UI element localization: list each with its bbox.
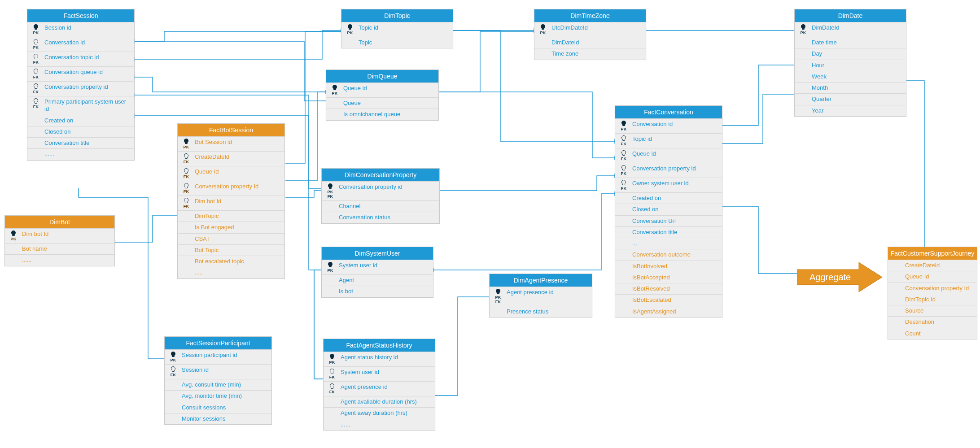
- key-indicator: PK: [7, 231, 20, 241]
- column-name: DimDateId: [810, 24, 903, 31]
- column-name: IsBotInvolved: [630, 263, 719, 270]
- column-name: Time zone: [550, 50, 643, 57]
- table-row: ......: [5, 254, 114, 265]
- column-name: Dim bot Id: [20, 231, 112, 238]
- table-row: Week: [795, 71, 906, 82]
- column-name: Conversation queue id: [43, 69, 131, 76]
- table-row: ......: [324, 419, 435, 430]
- column-name: CreateDateId: [903, 262, 974, 269]
- table-row: Bot escalated topic: [178, 256, 284, 267]
- key-indicator: FK: [29, 83, 43, 94]
- column-name: Bot name: [20, 245, 112, 252]
- table-row: FKConversation queue id: [27, 66, 134, 81]
- column-name: Conversation property Id: [193, 183, 282, 190]
- table-row: Conversation outcome: [615, 249, 722, 260]
- table-title: FactCustomerSupportJourney: [888, 247, 977, 260]
- column-name: Queue id: [630, 150, 719, 157]
- table-row: Agent avaliable duration (hrs): [324, 396, 435, 407]
- table-row: FKAgent presence id: [324, 381, 435, 396]
- column-name: Queue Id: [193, 168, 282, 175]
- table-title: DimSystemUser: [322, 247, 433, 260]
- column-name: Consult sessions: [180, 404, 269, 411]
- key-indicator: FK: [617, 135, 630, 146]
- table-row: Is omnichannel queue: [326, 109, 438, 120]
- key-icon: [330, 369, 334, 375]
- column-name: Dim bot Id: [193, 198, 282, 205]
- table-row: Avg. monitor time (min): [165, 390, 271, 401]
- table-row: IsAgentAssigned: [615, 306, 722, 317]
- key-indicator: FK: [179, 168, 193, 179]
- column-name: Quarter: [810, 96, 903, 103]
- key-icon: [330, 383, 334, 390]
- table-row: .....: [178, 267, 284, 278]
- table-title: DimTopic: [341, 9, 453, 22]
- key-indicator: PK: [328, 85, 341, 96]
- column-name: DimTopic: [193, 213, 282, 220]
- table-row: Is bot: [322, 286, 433, 297]
- table-dim-conversation-property: DimConversationPropertyPKFKConversation …: [321, 168, 440, 224]
- column-name: Conversation title: [630, 229, 719, 236]
- key-indicator: FK: [617, 165, 630, 176]
- table-title: FactBotSession: [178, 124, 284, 136]
- key-indicator: FK: [179, 198, 193, 209]
- column-name: Conversation title: [43, 139, 131, 147]
- table-row: FKPrimary participant system user id: [27, 96, 134, 115]
- column-name: CSAT: [193, 235, 282, 243]
- column-name: Bot Session id: [193, 139, 282, 146]
- column-name: Topic id: [630, 135, 719, 143]
- key-icon: [184, 198, 188, 204]
- key-icon: [171, 352, 175, 358]
- key-icon: [184, 153, 188, 160]
- table-row: Closed on: [27, 126, 134, 137]
- column-name: Monitor sessions: [180, 415, 269, 422]
- key-indicator: FK: [29, 69, 43, 79]
- column-name: Hour: [810, 62, 903, 69]
- column-name: Session id: [43, 24, 131, 31]
- column-name: .....: [193, 269, 282, 276]
- column-name: Year: [810, 107, 903, 114]
- table-row: PKSystem user id: [322, 260, 433, 274]
- key-icon: [330, 354, 334, 360]
- table-dim-bot: DimBotPKDim bot IdBot name......: [4, 215, 115, 266]
- key-icon: [621, 165, 626, 171]
- table-row: FKConversation topic id: [27, 52, 134, 66]
- column-name: Count: [903, 330, 974, 337]
- table-row: Conversation Url: [615, 215, 722, 226]
- key-indicator: FK: [29, 54, 43, 65]
- key-indicator: FK: [617, 150, 630, 161]
- key-indicator: FK: [617, 180, 630, 191]
- table-row: Month: [795, 82, 906, 93]
- key-indicator: PKFK: [491, 289, 505, 304]
- column-name: CreateDateId: [193, 153, 282, 161]
- key-indicator: PK: [536, 24, 550, 35]
- table-row: FKQueue Id: [178, 166, 284, 181]
- table-title: FactSessionParticipant: [165, 337, 271, 349]
- key-icon: [184, 139, 188, 145]
- er-diagram: FactSessionPKSession idFKConversation id…: [0, 0, 980, 448]
- table-row: Agent: [322, 274, 433, 286]
- table-row: PKConversation id: [615, 118, 722, 133]
- table-row: Consult sessions: [165, 402, 271, 413]
- table-row: Bot Topic: [178, 244, 284, 256]
- table-row: DimTopic Id: [888, 294, 977, 305]
- key-indicator: PK: [796, 24, 810, 35]
- table-row: Time zone: [534, 48, 646, 59]
- table-fact-agent-status-history: FactAgentStatusHistoryPKAgent status his…: [323, 339, 435, 431]
- table-row: Conversation title: [615, 226, 722, 238]
- column-name: Topic: [357, 39, 450, 46]
- table-row: ......: [27, 148, 134, 160]
- column-name: Bot Topic: [193, 247, 282, 254]
- column-name: Destination: [903, 318, 974, 326]
- table-row: Destination: [888, 316, 977, 327]
- table-row: FKSystem user id: [324, 366, 435, 381]
- table-dim-system-user: DimSystemUserPKSystem user idAgentIs bot: [321, 247, 433, 298]
- column-name: Closed on: [43, 128, 131, 135]
- key-icon: [11, 231, 16, 237]
- table-title: FactSession: [27, 9, 134, 22]
- key-indicator: FK: [166, 366, 180, 377]
- key-icon: [332, 85, 337, 91]
- table-row: Channel: [322, 200, 439, 212]
- table-row: FKSession id: [165, 364, 271, 379]
- column-name: Conversation status: [337, 214, 437, 221]
- table-row: Created on: [615, 192, 722, 204]
